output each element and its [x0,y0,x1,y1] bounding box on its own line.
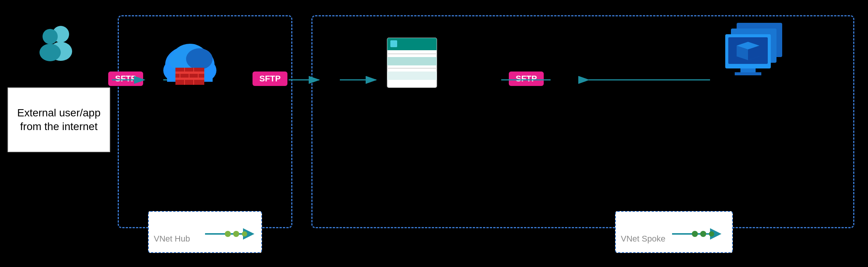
spoke-zone-box [311,15,854,228]
external-user-box: External user/app from the internet [8,87,110,152]
hub-zone-box [118,15,292,228]
external-user-label: External user/app from the internet [17,106,100,134]
svg-point-3 [39,44,61,61]
svg-point-2 [43,29,58,44]
sftp-badge-2: SFTP [253,72,287,86]
vnet-hub-label: VNet Hub [154,234,190,244]
external-user-icon [39,26,72,61]
vnet-hub-box [148,211,262,253]
diagram-container: External user/app from the internet SFTP… [0,0,868,267]
sftp-badge-3: SFTP [509,72,544,86]
svg-point-1 [49,42,72,61]
svg-point-0 [52,26,69,43]
vnet-spoke-label: VNet Spoke [621,234,665,244]
sftp-badge-1: SFTP [108,72,143,86]
vnet-spoke-box [615,211,733,253]
